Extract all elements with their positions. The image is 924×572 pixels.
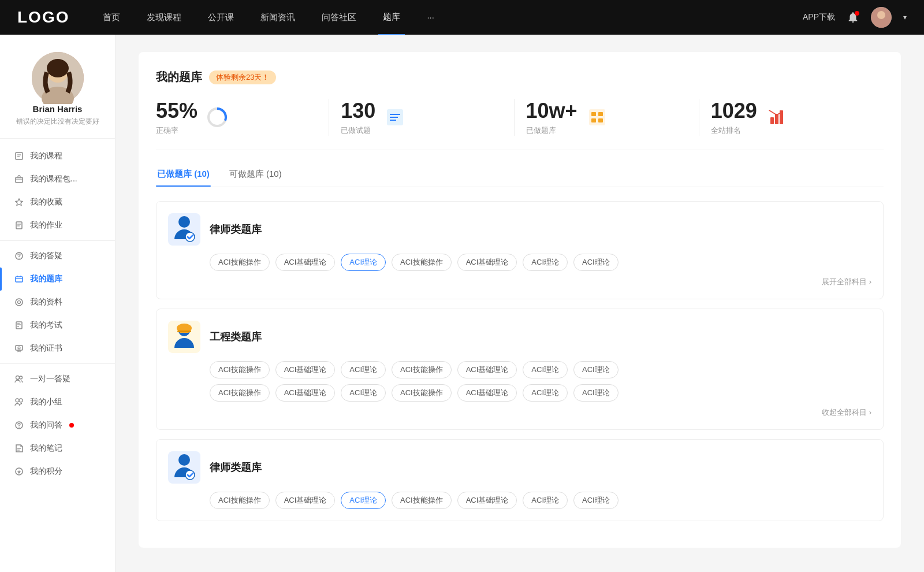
- bank-tag[interactable]: ACI基础理论: [457, 384, 517, 402]
- sidebar-item-package[interactable]: 我的课程包...: [0, 168, 115, 191]
- bank-tag[interactable]: ACI技能操作: [392, 492, 452, 509]
- app-download-button[interactable]: APP下载: [803, 12, 835, 23]
- stat-accuracy-label: 正确率: [156, 125, 198, 136]
- sidebar-item-bank[interactable]: 我的题库: [0, 268, 115, 291]
- stat-done-banks: 10w+ 已做题库: [515, 99, 699, 136]
- bank-engineer-tags-row2: ACI技能操作 ACI基础理论 ACI理论 ACI技能操作 ACI基础理论 AC…: [210, 384, 871, 402]
- user-menu-chevron[interactable]: ▾: [903, 13, 907, 21]
- svg-point-61: [185, 470, 195, 480]
- sidebar-avatar: [32, 52, 84, 104]
- bank-tag-active[interactable]: ACI理论: [341, 254, 386, 271]
- nav-qa[interactable]: 问答社区: [317, 0, 361, 35]
- sidebar-item-collection[interactable]: 我的收藏: [0, 191, 115, 214]
- svg-rect-18: [16, 277, 23, 282]
- bank-tag[interactable]: ACI基础理论: [457, 361, 517, 378]
- sidebar-item-qa-doubts[interactable]: 我的答疑: [0, 244, 115, 268]
- qa-notification-dot: [69, 423, 74, 428]
- stat-accuracy-value: 55%: [156, 99, 198, 123]
- bank-tag[interactable]: ACI理论: [341, 361, 386, 378]
- notification-bell[interactable]: [847, 11, 859, 24]
- bank-tag[interactable]: ACI理论: [573, 492, 619, 509]
- bank-tag[interactable]: ACI技能操作: [210, 254, 270, 271]
- lawyer-icon-2: [172, 453, 197, 482]
- group-icon: [14, 397, 24, 407]
- qa-icon: [14, 420, 24, 430]
- avatar-image: [871, 7, 892, 28]
- bank-tag[interactable]: ACI技能操作: [392, 384, 452, 402]
- bank-lawyer-1-tags: ACI技能操作 ACI基础理论 ACI理论 ACI技能操作 ACI基础理论 AC…: [210, 254, 871, 271]
- bank-tag[interactable]: ACI基础理论: [275, 254, 336, 271]
- nav-discover[interactable]: 发现课程: [142, 0, 186, 35]
- question-bank-tabs: 已做题库 (10) 可做题库 (10): [156, 164, 884, 187]
- sidebar-item-points[interactable]: ★ 我的积分: [0, 460, 115, 483]
- top-navigation: LOGO 首页 发现课程 公开课 新闻资讯 问答社区 题库 ··· APP下载 …: [0, 0, 924, 35]
- exam-icon: [14, 320, 24, 330]
- bank-tag[interactable]: ACI基础理论: [457, 492, 517, 509]
- bank-tag-active[interactable]: ACI理论: [341, 492, 386, 509]
- bank-tag[interactable]: ACI理论: [523, 492, 568, 509]
- svg-rect-49: [591, 118, 596, 122]
- svg-rect-28: [16, 346, 23, 350]
- bank-expand-link[interactable]: 展开全部科目 ›: [822, 277, 871, 286]
- bank-tag[interactable]: ACI技能操作: [210, 492, 270, 509]
- bank-tag[interactable]: ACI理论: [573, 384, 619, 402]
- nav-home[interactable]: 首页: [98, 0, 125, 35]
- bank-tag[interactable]: ACI技能操作: [392, 254, 452, 271]
- sidebar-item-group[interactable]: 我的小组: [0, 391, 115, 414]
- bank-tag[interactable]: ACI理论: [573, 361, 619, 378]
- svg-rect-10: [16, 177, 23, 183]
- svg-point-17: [18, 258, 20, 259]
- sidebar-user-name: Brian Harris: [33, 104, 83, 114]
- sidebar-item-exam[interactable]: 我的考试: [0, 314, 115, 337]
- nav-open-course[interactable]: 公开课: [203, 0, 239, 35]
- logo: LOGO: [17, 8, 69, 27]
- bank-tag[interactable]: ACI理论: [341, 384, 386, 402]
- bank-tag[interactable]: ACI技能操作: [210, 361, 270, 378]
- user-profile: Brian Harris 错误的决定比没有决定要好: [0, 35, 115, 139]
- bank-tag[interactable]: ACI理论: [523, 384, 568, 402]
- bank-tag[interactable]: ACI基础理论: [275, 361, 336, 378]
- nav-bank[interactable]: 题库: [378, 0, 405, 36]
- nav-more[interactable]: ···: [422, 0, 439, 35]
- star-icon: [14, 197, 24, 207]
- sidebar-item-1on1[interactable]: 一对一答疑: [0, 367, 115, 391]
- sidebar: Brian Harris 错误的决定比没有决定要好 我的课程 我的课程包...: [0, 35, 116, 572]
- svg-rect-13: [16, 222, 22, 229]
- bank-lawyer-1: 律师类题库 ACI技能操作 ACI基础理论 ACI理论 ACI技能操作 ACI基…: [156, 201, 884, 299]
- bank-lawyer-2: 律师类题库 ACI技能操作 ACI基础理论 ACI理论 ACI技能操作 ACI基…: [156, 439, 884, 521]
- sidebar-item-my-qa[interactable]: 我的问答: [0, 414, 115, 437]
- user-avatar[interactable]: [871, 7, 892, 28]
- bank-lawyer-1-header: 律师类题库: [168, 213, 871, 246]
- stat-done-banks-group: 10w+ 已做题库: [526, 99, 578, 136]
- tab-done-banks[interactable]: 已做题库 (10): [156, 164, 211, 187]
- sidebar-item-course[interactable]: 我的课程: [0, 144, 115, 168]
- sidebar-item-notes[interactable]: 我的笔记: [0, 437, 115, 460]
- bank-tag[interactable]: ACI基础理论: [275, 384, 336, 402]
- material-icon: [14, 297, 24, 307]
- bank-lawyer-2-header: 律师类题库: [168, 451, 871, 484]
- bank-tag[interactable]: ACI理论: [573, 254, 619, 271]
- sidebar-item-homework[interactable]: 我的作业: [0, 214, 115, 237]
- bank-tag[interactable]: ACI基础理论: [275, 492, 336, 509]
- sidebar-item-certificate[interactable]: 我的证书: [0, 337, 115, 360]
- svg-point-1: [877, 11, 885, 19]
- svg-marker-12: [16, 199, 23, 206]
- bank-engineer-tags-row1: ACI技能操作 ACI基础理论 ACI理论 ACI技能操作 ACI基础理论 AC…: [210, 361, 871, 378]
- bank-tag[interactable]: ACI理论: [523, 254, 568, 271]
- lawyer-icon: [172, 215, 197, 244]
- notification-dot: [855, 11, 859, 16]
- bank-collapse-link[interactable]: 收起全部科目 ›: [822, 408, 871, 417]
- main-content: 我的题库 体验剩余23天！ 55% 正确率: [116, 35, 924, 572]
- bank-tag[interactable]: ACI基础理论: [457, 254, 517, 271]
- stat-done-banks-label: 已做题库: [526, 125, 578, 136]
- bank-tag[interactable]: ACI技能操作: [392, 361, 452, 378]
- stat-done-banks-value: 10w+: [526, 99, 578, 123]
- bank-engineer-header: 工程类题库: [168, 321, 871, 353]
- bank-tag[interactable]: ACI理论: [523, 361, 568, 378]
- stat-done-questions-group: 130 已做试题: [341, 99, 375, 136]
- nav-news[interactable]: 新闻资讯: [256, 0, 300, 35]
- sidebar-item-material[interactable]: 我的资料: [0, 291, 115, 314]
- svg-point-6: [47, 59, 69, 77]
- tab-available-banks[interactable]: 可做题库 (10): [228, 164, 283, 187]
- bank-tag[interactable]: ACI技能操作: [210, 384, 270, 402]
